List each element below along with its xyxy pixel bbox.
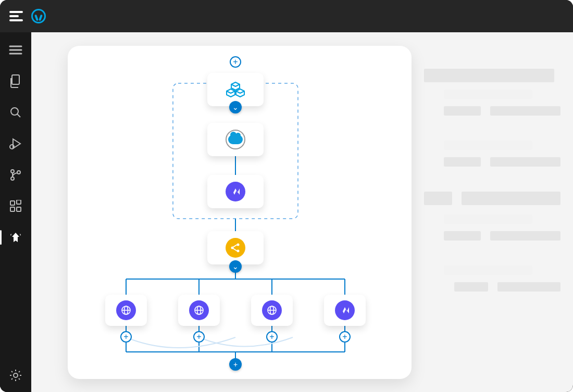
sidebar-item-settings[interactable] — [8, 368, 23, 383]
files-icon — [9, 74, 22, 88]
svg-point-14 — [14, 373, 18, 377]
svg-point-30 — [237, 250, 240, 252]
svg-rect-11 — [10, 207, 15, 211]
sidebar-item-extensions[interactable] — [8, 199, 23, 213]
svg-point-29 — [237, 244, 240, 246]
sidebar-item-explorer[interactable] — [8, 74, 23, 88]
globe-icon — [262, 300, 282, 320]
cubes-icon — [226, 81, 245, 98]
sidebar-item-anypoint[interactable] — [8, 230, 23, 245]
node-branch-1[interactable] — [105, 295, 147, 326]
add-before-button[interactable]: + — [230, 56, 241, 68]
svg-point-9 — [17, 171, 20, 174]
salesforce-icon — [226, 130, 245, 149]
svg-point-8 — [11, 177, 14, 180]
svg-rect-10 — [10, 201, 15, 205]
scope-expand-toggle[interactable]: ⌄ — [229, 101, 242, 113]
node-salesforce[interactable] — [207, 123, 264, 156]
add-branch-1-button[interactable]: + — [120, 331, 132, 343]
sidebar-item-search[interactable] — [8, 105, 23, 120]
svg-rect-13 — [17, 200, 21, 204]
add-branch-2-button[interactable]: + — [193, 331, 205, 343]
dataweave-icon — [335, 300, 355, 320]
node-scatter-gather[interactable] — [207, 231, 264, 264]
node-branch-2[interactable] — [178, 295, 220, 326]
hamburger-icon[interactable] — [9, 11, 23, 21]
globe-icon — [189, 300, 209, 320]
node-transform-1[interactable] — [207, 175, 264, 208]
blocks-icon — [9, 200, 22, 212]
mule-icon — [9, 231, 22, 244]
mulesoft-logo-icon[interactable] — [31, 9, 46, 23]
app-header — [0, 0, 573, 32]
router-expand-toggle[interactable]: ⌄ — [229, 260, 242, 273]
svg-rect-12 — [17, 207, 21, 211]
scatter-icon — [226, 238, 245, 258]
add-branch-4-button[interactable]: + — [339, 331, 351, 343]
lines-icon — [9, 45, 22, 55]
add-after-button[interactable]: + — [229, 358, 242, 371]
svg-line-5 — [17, 114, 20, 117]
globe-icon — [116, 300, 136, 320]
activity-bar — [0, 32, 31, 392]
gear-icon — [9, 369, 22, 382]
sidebar-item-debug[interactable] — [8, 136, 23, 151]
flow-canvas[interactable]: + ⌄ — [68, 46, 412, 379]
node-branch-3[interactable] — [251, 295, 293, 326]
sidebar-item-lines[interactable] — [8, 43, 23, 57]
branch-icon — [9, 169, 22, 181]
search-icon — [9, 106, 22, 119]
svg-point-4 — [11, 108, 18, 115]
add-branch-3-button[interactable]: + — [266, 331, 278, 343]
editor-stage: + ⌄ — [31, 32, 573, 392]
properties-panel — [412, 58, 573, 312]
dataweave-icon — [226, 182, 245, 201]
svg-rect-3 — [12, 75, 19, 84]
node-branch-4[interactable] — [324, 295, 366, 326]
debug-icon — [9, 137, 22, 150]
svg-point-7 — [11, 170, 14, 173]
sidebar-item-source[interactable] — [8, 168, 23, 182]
